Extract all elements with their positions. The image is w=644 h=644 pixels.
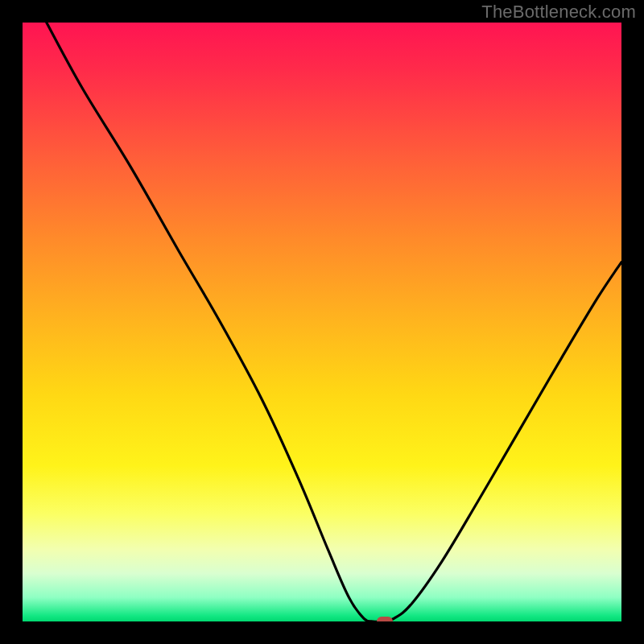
watermark-text: TheBottleneck.com — [481, 2, 636, 23]
optimal-point-marker — [377, 617, 393, 621]
chart-frame: TheBottleneck.com — [0, 0, 644, 644]
bottleneck-curve — [23, 23, 621, 621]
plot-area — [23, 23, 621, 621]
